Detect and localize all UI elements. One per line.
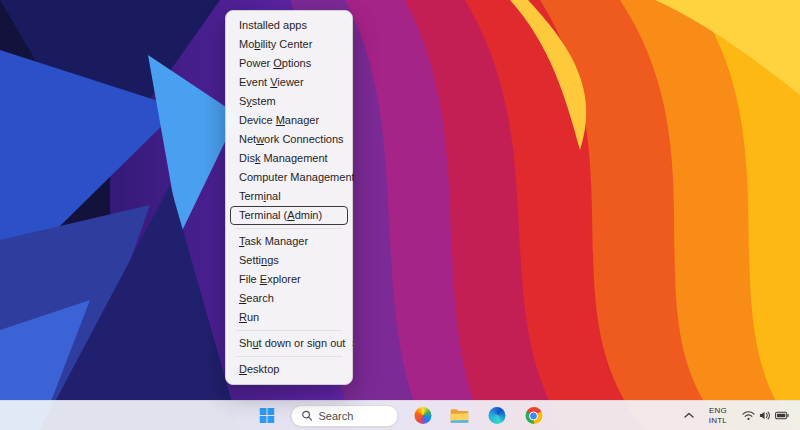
search-input[interactable]: Search	[291, 405, 399, 427]
taskbar-center: Search	[254, 401, 547, 430]
menu-item-label: Installed apps	[239, 17, 307, 34]
menu-item-desktop[interactable]: Desktop	[230, 360, 348, 379]
folder-icon	[451, 408, 469, 423]
menu-item-label: Event Viewer	[239, 74, 304, 91]
menu-item-label: Terminal (Admin)	[239, 207, 322, 224]
colorful-app-icon	[414, 407, 431, 424]
menu-item-label: Mobility Center	[239, 36, 312, 53]
menu-item-label: Power Options	[239, 55, 311, 72]
chrome-icon	[525, 407, 542, 424]
edge-icon	[488, 407, 505, 424]
menu-item-label: Search	[239, 290, 274, 307]
language-indicator[interactable]: ENG INTL	[706, 403, 730, 429]
quick-settings-button[interactable]	[739, 407, 792, 424]
language-line1: ENG	[709, 406, 727, 416]
language-line2: INTL	[709, 416, 727, 426]
volume-icon	[759, 410, 771, 421]
wifi-icon	[742, 410, 755, 421]
menu-item-label: Run	[239, 309, 259, 326]
menu-item-label: File Explorer	[239, 271, 301, 288]
taskbar: Search	[0, 400, 800, 430]
menu-item-run[interactable]: Run	[230, 308, 348, 327]
menu-item-power-options[interactable]: Power Options	[230, 54, 348, 73]
menu-item-label: Disk Management	[239, 150, 328, 167]
chevron-up-icon	[684, 412, 694, 419]
menu-item-device-manager[interactable]: Device Manager	[230, 111, 348, 130]
menu-separator	[236, 356, 342, 357]
tray-overflow-button[interactable]	[681, 409, 697, 422]
menu-item-terminal[interactable]: Terminal	[230, 187, 348, 206]
menu-item-label: Terminal	[239, 188, 281, 205]
menu-item-search[interactable]: Search	[230, 289, 348, 308]
menu-item-label: Task Manager	[239, 233, 308, 250]
menu-separator	[236, 330, 342, 331]
menu-item-task-manager[interactable]: Task Manager	[230, 232, 348, 251]
winx-menu: Installed appsMobility CenterPower Optio…	[225, 10, 353, 385]
menu-item-label: Desktop	[239, 361, 279, 378]
menu-item-settings[interactable]: Settings	[230, 251, 348, 270]
menu-item-label: Shut down or sign out	[239, 335, 345, 352]
start-button[interactable]	[254, 403, 280, 429]
menu-item-shut-down-or-sign-out[interactable]: Shut down or sign out›	[230, 334, 348, 353]
colorful-app-button[interactable]	[410, 403, 436, 429]
windows-logo-icon	[259, 408, 274, 423]
menu-separator	[236, 228, 342, 229]
menu-item-label: Device Manager	[239, 112, 319, 129]
menu-item-computer-management[interactable]: Computer Management	[230, 168, 348, 187]
search-icon	[302, 410, 313, 421]
file-explorer-button[interactable]	[447, 403, 473, 429]
menu-item-system[interactable]: System	[230, 92, 348, 111]
menu-item-network-connections[interactable]: Network Connections	[230, 130, 348, 149]
battery-icon	[775, 411, 789, 420]
menu-item-event-viewer[interactable]: Event Viewer	[230, 73, 348, 92]
menu-item-disk-management[interactable]: Disk Management	[230, 149, 348, 168]
edge-button[interactable]	[484, 403, 510, 429]
menu-item-label: Computer Management	[239, 169, 355, 186]
search-label: Search	[319, 410, 354, 422]
menu-item-label: Network Connections	[239, 131, 344, 148]
desktop-wallpaper	[0, 0, 800, 430]
submenu-arrow-icon: ›	[351, 335, 355, 352]
menu-item-file-explorer[interactable]: File Explorer	[230, 270, 348, 289]
menu-item-terminal-admin[interactable]: Terminal (Admin)	[230, 206, 348, 225]
system-tray: ENG INTL	[681, 401, 792, 430]
menu-item-installed-apps[interactable]: Installed apps	[230, 16, 348, 35]
menu-item-mobility-center[interactable]: Mobility Center	[230, 35, 348, 54]
menu-item-label: System	[239, 93, 276, 110]
chrome-button[interactable]	[521, 403, 547, 429]
menu-item-label: Settings	[239, 252, 279, 269]
